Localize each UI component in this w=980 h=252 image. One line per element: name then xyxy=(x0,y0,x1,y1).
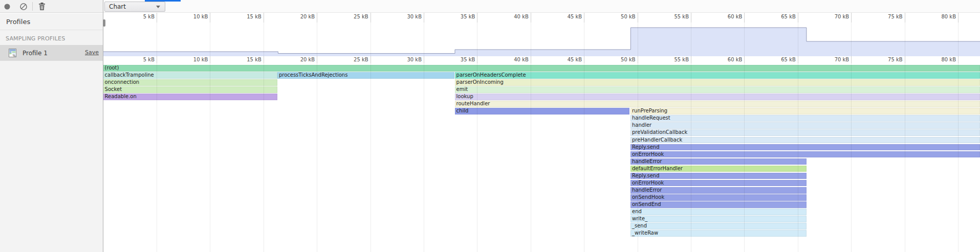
flame-frame-handlerequest[interactable]: handleRequest xyxy=(630,115,980,122)
flame-frame-reply.send[interactable]: Reply.send xyxy=(630,144,980,151)
save-profile-link[interactable]: Save xyxy=(85,49,99,56)
flame-frame-prevalidationcallback[interactable]: preValidationCallback xyxy=(630,129,980,136)
record-icon xyxy=(3,3,11,11)
flame-frame-lookup[interactable]: lookup xyxy=(455,94,980,100)
svg-text:%: % xyxy=(13,54,16,58)
flame-frame-onsendend[interactable]: onSendEnd xyxy=(630,201,807,208)
sampling-profiles-section-label: SAMPLING PROFILES xyxy=(0,30,103,45)
flame-frame-handleerror[interactable]: handleError xyxy=(630,187,807,194)
flame-frame-onconnection[interactable]: onconnection xyxy=(103,79,277,86)
memory-profiler-panel: Chart Profiles SAMPLING PROFILES % Profi… xyxy=(0,0,980,252)
view-mode-value: Chart xyxy=(109,3,126,10)
flame-frame-defaulterrorhandler[interactable]: defaultErrorHandler xyxy=(630,166,807,172)
record-button[interactable] xyxy=(0,0,14,13)
delete-profile-button[interactable] xyxy=(35,0,49,13)
sidebar-header: Profiles xyxy=(0,13,103,30)
flame-frame-processticksandrejections[interactable]: processTicksAndRejections xyxy=(277,72,455,79)
trash-icon xyxy=(38,2,46,11)
flame-frame-root[interactable]: (root) xyxy=(103,65,980,72)
flame-frame-runpreparsing[interactable]: runPreParsing xyxy=(630,108,980,114)
chevron-down-icon xyxy=(156,6,160,8)
flame-frame-onerrorhook[interactable]: onErrorHook xyxy=(630,180,807,187)
flame-frame-write_[interactable]: write_ xyxy=(630,216,807,222)
profile-document-icon: % xyxy=(9,49,16,57)
flame-frame-parseronincoming[interactable]: parserOnIncoming xyxy=(455,79,980,86)
flame-frame-child[interactable]: child xyxy=(455,108,629,114)
flame-frame-routehandler[interactable]: routeHandler xyxy=(455,101,980,107)
view-mode-select[interactable]: Chart xyxy=(104,2,165,12)
flame-frame-socket[interactable]: Socket xyxy=(103,86,277,93)
profile-name: Profile 1 xyxy=(23,50,48,57)
flame-frame-readable.on[interactable]: Readable.on xyxy=(103,94,277,100)
flame-frame-prehandlercallback[interactable]: preHandlerCallback xyxy=(630,137,980,144)
profiler-toolbar xyxy=(0,0,103,13)
flame-frame-_writeraw[interactable]: _writeRaw xyxy=(630,230,807,237)
flame-frame-end[interactable]: end xyxy=(630,209,807,215)
pane-divider xyxy=(103,0,103,252)
profiles-sidebar: Profiles SAMPLING PROFILES % Profile 1 S… xyxy=(0,13,103,252)
flame-frame-handler[interactable]: handler xyxy=(630,122,980,129)
flame-frame-handleerror[interactable]: handleError xyxy=(630,158,807,165)
overview-scrollbar-thumb[interactable] xyxy=(103,19,105,27)
chart-toolbar xyxy=(103,0,980,13)
flame-frame-parseronheaderscomplete[interactable]: parserOnHeadersComplete xyxy=(455,72,980,79)
toolbar-divider xyxy=(32,2,33,11)
flame-frame-emit[interactable]: emit xyxy=(455,86,980,93)
flame-frame-callbacktrampoline[interactable]: callbackTrampoline xyxy=(103,72,277,79)
allocation-overview[interactable] xyxy=(103,22,980,56)
flame-frame-onsendhook[interactable]: onSendHook xyxy=(630,194,807,201)
sidebar-item-profile-1[interactable]: % Profile 1 Save xyxy=(0,45,103,61)
clear-all-button[interactable] xyxy=(16,0,31,13)
block-icon xyxy=(19,3,28,11)
flame-frame-_send[interactable]: _send xyxy=(630,223,807,230)
flame-frame-reply.send[interactable]: Reply.send xyxy=(630,173,807,179)
flame-frame-onerrorhook[interactable]: onErrorHook xyxy=(630,151,980,158)
